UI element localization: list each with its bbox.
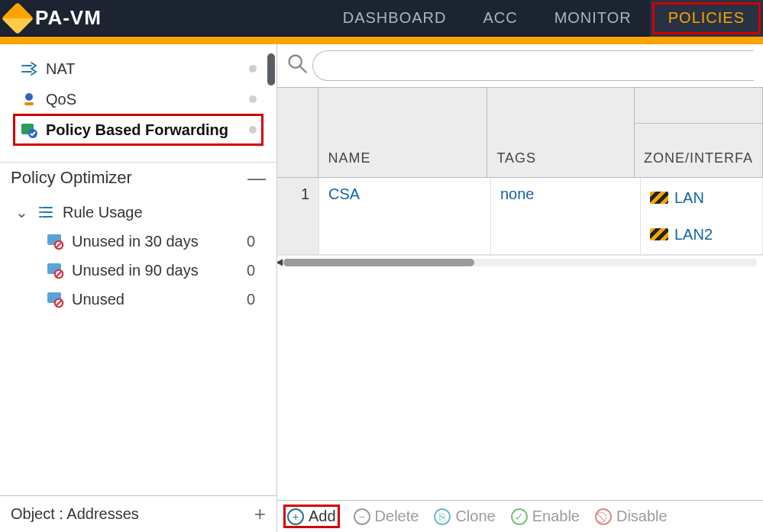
policy-optimizer-title: Policy Optimizer	[11, 168, 132, 188]
collapse-icon[interactable]: —	[247, 167, 266, 189]
zone-icon	[650, 228, 668, 240]
footer-label: Object : Addresses	[11, 505, 139, 523]
unused-30-count: 0	[247, 233, 263, 250]
sidebar-item-label: QoS	[46, 91, 76, 108]
sidebar: NAT QoS Policy Based Forwarding Policy O…	[0, 44, 277, 532]
scroll-left-icon[interactable]: ◀	[277, 256, 283, 267]
rule-usage-unused[interactable]: Unused 0	[14, 285, 263, 314]
unused-count: 0	[247, 291, 263, 308]
col-index[interactable]	[277, 88, 318, 177]
check-circle-icon: ✓	[511, 508, 528, 525]
clone-label: Clone	[455, 508, 495, 525]
pbf-icon	[20, 121, 38, 139]
zone-chip[interactable]: LAN	[650, 185, 753, 210]
cell-tags[interactable]: none	[491, 178, 641, 254]
unused-90-label: Unused in 90 days	[72, 262, 199, 279]
policy-optimizer-header[interactable]: Policy Optimizer —	[0, 162, 276, 193]
sidebar-item-nat[interactable]: NAT	[14, 53, 263, 84]
nav-monitor[interactable]: MONITOR	[536, 0, 650, 37]
enable-button[interactable]: ✓ Enable	[511, 508, 580, 525]
rule-block-icon	[46, 232, 64, 250]
col-tags[interactable]: TAGS	[487, 88, 635, 177]
scroll-thumb[interactable]	[283, 259, 474, 266]
status-dot-icon	[249, 95, 257, 103]
nav-policies[interactable]: POLICIES	[650, 0, 763, 37]
action-bar: + Add − Delete ⎘ Clone ✓ Enable ⃠ Disabl…	[277, 500, 763, 532]
sidebar-item-label: Policy Based Forwarding	[46, 121, 228, 139]
add-object-icon[interactable]: +	[254, 502, 266, 526]
zone-label: LAN	[674, 189, 704, 207]
list-icon	[37, 203, 55, 221]
main-panel: NAME TAGS ZONE/INTERFA 1 CSA none LAN	[277, 44, 763, 532]
search-icon[interactable]	[286, 53, 308, 79]
rule-usage-section: ⌄ Rule Usage Unused in 30 days 0 Unused …	[0, 193, 276, 318]
add-button[interactable]: + Add	[285, 506, 338, 527]
rule-usage-unused-30[interactable]: Unused in 30 days 0	[14, 227, 263, 256]
delete-button[interactable]: − Delete	[354, 508, 419, 525]
sidebar-footer: Object : Addresses +	[0, 495, 276, 532]
add-label: Add	[309, 508, 336, 525]
status-dot-icon	[249, 65, 257, 73]
rule-usage-unused-90[interactable]: Unused in 90 days 0	[14, 256, 263, 285]
svg-point-0	[25, 93, 33, 101]
cell-zone[interactable]: LAN LAN2	[641, 178, 763, 254]
clone-button[interactable]: ⎘ Clone	[434, 508, 495, 525]
clone-circle-icon: ⎘	[434, 508, 451, 525]
chevron-down-icon: ⌄	[14, 203, 29, 221]
rule-block-icon	[46, 261, 64, 279]
unused-30-label: Unused in 30 days	[72, 233, 199, 250]
cell-name[interactable]: CSA	[319, 178, 491, 254]
rule-usage-label: Rule Usage	[63, 204, 143, 221]
rule-block-icon	[46, 290, 64, 308]
col-zone[interactable]: ZONE/INTERFA	[635, 88, 763, 177]
enable-label: Enable	[532, 508, 580, 525]
search-input[interactable]	[312, 50, 754, 81]
disable-label: Disable	[616, 508, 668, 525]
sidebar-item-qos[interactable]: QoS	[14, 84, 263, 114]
sidebar-item-policy-based-forwarding[interactable]: Policy Based Forwarding	[14, 114, 263, 145]
horizontal-scrollbar[interactable]: ◀	[277, 255, 763, 269]
unused-90-count: 0	[247, 262, 263, 279]
minus-circle-icon: −	[354, 508, 370, 525]
search-bar	[277, 44, 763, 87]
grid-body: 1 CSA none LAN LAN2	[277, 178, 763, 255]
svg-rect-1	[24, 102, 34, 105]
policy-grid: NAME TAGS ZONE/INTERFA 1 CSA none LAN	[277, 87, 763, 500]
top-nav: DASHBOARD ACC MONITOR POLICIES	[325, 0, 763, 37]
disable-button[interactable]: ⃠ Disable	[595, 508, 668, 525]
nav-acc[interactable]: ACC	[464, 0, 535, 37]
brand: PA-VM	[0, 6, 115, 30]
body-area: NAT QoS Policy Based Forwarding Policy O…	[0, 44, 763, 532]
table-row[interactable]: 1 CSA none LAN LAN2	[277, 178, 763, 255]
policy-types-list: NAT QoS Policy Based Forwarding	[0, 44, 276, 150]
sidebar-scrollbar-thumb[interactable]	[267, 53, 275, 85]
rule-usage-toggle[interactable]: ⌄ Rule Usage	[14, 198, 263, 227]
unused-label: Unused	[72, 291, 124, 308]
nav-dashboard[interactable]: DASHBOARD	[325, 0, 465, 37]
col-name[interactable]: NAME	[318, 88, 487, 177]
cell-index: 1	[277, 178, 319, 254]
delete-label: Delete	[375, 508, 419, 525]
zone-chip[interactable]: LAN2	[650, 222, 753, 247]
svg-line-17	[300, 66, 306, 72]
list-fade	[0, 147, 276, 162]
grid-header: NAME TAGS ZONE/INTERFA	[277, 88, 763, 178]
ban-circle-icon: ⃠	[595, 508, 612, 525]
top-bar: PA-VM DASHBOARD ACC MONITOR POLICIES	[0, 0, 763, 37]
sidebar-item-label: NAT	[46, 60, 76, 78]
qos-icon	[20, 90, 38, 108]
zone-label: LAN2	[674, 226, 713, 243]
brand-text: PA-VM	[35, 6, 102, 30]
plus-circle-icon: +	[287, 508, 304, 525]
nat-icon	[20, 60, 38, 78]
status-dot-icon	[249, 126, 257, 134]
zone-icon	[650, 192, 668, 204]
accent-bar	[0, 37, 763, 44]
brand-logo-icon	[6, 7, 29, 30]
